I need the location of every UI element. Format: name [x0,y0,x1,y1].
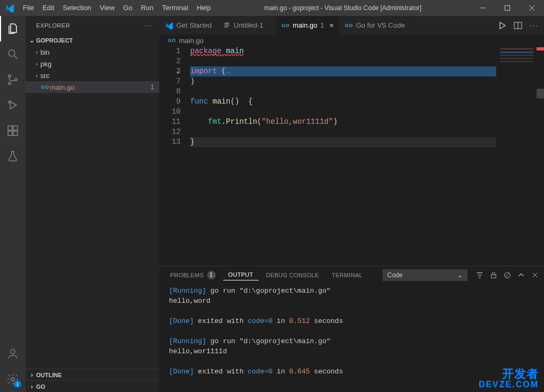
activity-extensions[interactable] [0,118,26,143]
main-area: 1 EXPLORER ··· ⌄ GOPROJECT › bin › pkg › [0,16,544,392]
menu-edit[interactable]: Edit [38,0,58,16]
code-content[interactable]: package main import (… ) func main() { f… [190,46,496,266]
activity-source-control[interactable] [0,67,26,92]
files-icon [6,22,19,35]
sidebar: EXPLORER ··· ⌄ GOPROJECT › bin › pkg › s… [26,16,159,392]
folder-bin[interactable]: › bin [26,46,159,58]
chevron-down-icon: ⌄ [457,271,463,279]
tab-get-started[interactable]: Get Started [159,16,218,35]
menu-bar: File Edit Selection View Go Run Terminal… [19,0,215,16]
window-controls [471,0,544,16]
chevron-right-icon: › [33,72,40,79]
activity-search[interactable] [0,41,26,67]
svg-point-15 [11,378,14,381]
file-main-go[interactable]: GO main.go 1 [26,81,159,93]
run-button[interactable] [498,21,506,30]
svg-point-9 [8,101,11,103]
vscode-icon [165,21,173,30]
panel-tab-problems[interactable]: PROBLEMS 1 [165,269,221,282]
maximize-button[interactable] [495,0,520,16]
bottom-panel: PROBLEMS 1 OUTPUT DEBUG CONSOLE TERMINAL… [159,266,544,392]
menu-view[interactable]: View [96,0,119,16]
svg-rect-1 [505,6,510,11]
code-editor[interactable]: 1 2 3› 7 8 9 10 11 12 13 package main im… [159,46,496,266]
svg-rect-18 [491,275,496,278]
menu-go[interactable]: Go [119,0,137,16]
tab-go-vscode[interactable]: GO Go for VS Code [339,16,411,35]
panel-tab-terminal[interactable]: TERMINAL [326,270,368,280]
editor-more-button[interactable]: ··· [530,21,539,29]
tab-main-go[interactable]: GO main.go 1 × [276,16,339,35]
source-control-icon [6,73,19,86]
sidebar-title: EXPLORER [36,22,70,29]
split-editor-button[interactable] [514,21,522,30]
editor-group: Get Started Untitled-1 GO main.go 1 × GO… [159,16,544,392]
debug-icon [6,99,19,112]
editor-actions: ··· [492,16,544,35]
menu-run[interactable]: Run [137,0,158,16]
panel-tab-output[interactable]: OUTPUT [223,269,259,280]
folder-pkg[interactable]: › pkg [26,58,159,70]
activity-bar: 1 [0,16,26,392]
account-icon [6,347,19,360]
tab-untitled[interactable]: Untitled-1 [218,16,276,35]
filter-icon[interactable] [476,271,483,279]
svg-point-4 [8,50,15,56]
panel-tab-debug-console[interactable]: DEBUG CONSOLE [261,270,325,280]
go-file-icon: GO [345,23,353,28]
menu-selection[interactable]: Selection [58,0,95,16]
project-root[interactable]: ⌄ GOPROJECT [26,35,159,46]
sidebar-more-button[interactable]: ··· [145,22,153,29]
folder-src[interactable]: › src [26,70,159,81]
svg-point-6 [8,75,11,77]
problems-count: 1 [207,271,216,279]
file-problem-count: 1 [150,83,154,91]
close-panel-icon[interactable] [531,271,539,279]
svg-rect-10 [8,126,12,130]
maximize-panel-icon[interactable] [517,271,525,279]
menu-terminal[interactable]: Terminal [158,0,192,16]
extensions-icon [6,124,19,137]
tab-label: Untitled-1 [234,21,264,29]
activity-testing[interactable] [0,143,26,169]
chevron-down-icon: ⌄ [28,37,36,44]
section-outline[interactable]: › OUTLINE [26,369,159,380]
minimap[interactable] [496,46,544,266]
clear-output-icon[interactable] [504,271,511,279]
chevron-right-icon: › [28,371,36,379]
svg-point-14 [11,350,15,354]
fold-indicator-icon[interactable]: › [176,68,180,78]
menu-file[interactable]: File [19,0,38,16]
section-go[interactable]: › GO [26,380,159,392]
svg-rect-11 [8,131,12,135]
minimize-button[interactable] [471,0,495,16]
svg-line-5 [14,56,18,59]
lock-scroll-icon[interactable] [490,271,497,279]
project-name: GOPROJECT [36,37,73,44]
folder-label: pkg [40,60,52,68]
breadcrumbs[interactable]: GO main.go [159,35,544,46]
section-label: GO [36,384,45,390]
tab-modified-indicator: 1 [320,22,324,29]
folder-label: bin [40,48,49,56]
chevron-right-icon: › [33,49,40,55]
go-file-icon: GO [40,84,50,90]
menu-help[interactable]: Help [192,0,215,16]
title-bar: File Edit Selection View Go Run Terminal… [0,0,544,16]
go-file-icon: GO [168,38,176,43]
tab-label: main.go [293,21,317,29]
output-channel-select[interactable]: Code ⌄ [382,269,468,281]
editor-tabs: Get Started Untitled-1 GO main.go 1 × GO… [159,16,544,35]
activity-settings[interactable]: 1 [0,367,26,392]
activity-accounts[interactable] [0,341,26,367]
breadcrumb-file: main.go [179,37,203,45]
output-body[interactable]: [Running] go run "d:\goproject\main.go" … [159,284,544,392]
close-button[interactable] [520,0,544,16]
explorer-tree: ⌄ GOPROJECT › bin › pkg › src GO main.go… [26,35,159,369]
settings-badge: 1 [14,380,21,388]
activity-explorer[interactable] [0,16,26,41]
tab-label: Get Started [176,21,211,29]
activity-run-debug[interactable] [0,92,26,118]
tab-close-button[interactable]: × [329,21,334,30]
overview-ruler [537,46,544,266]
